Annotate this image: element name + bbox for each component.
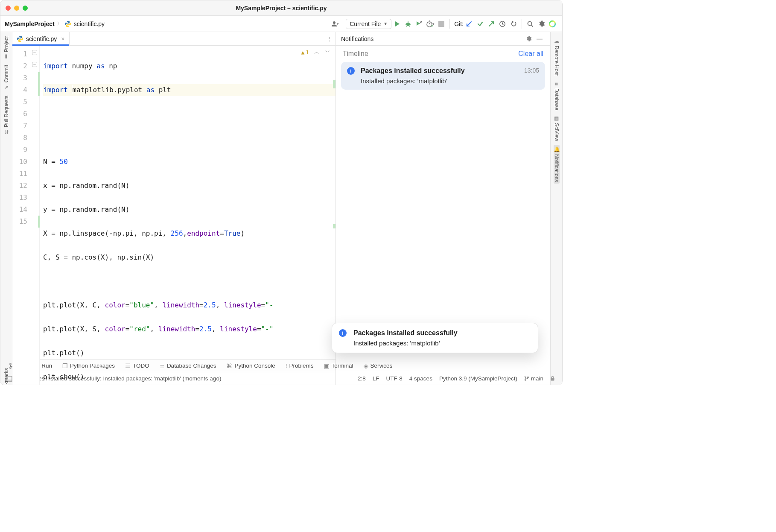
folder-icon: ▮ [3,54,9,60]
vcs-commit-icon[interactable] [476,19,485,29]
info-icon: i [347,67,355,75]
vcs-push-icon[interactable] [487,19,496,29]
panel-title: Notifications [341,35,373,42]
remote-host-icon: ☁ [554,38,560,44]
panel-settings-icon[interactable] [524,34,533,44]
ide-logo-icon[interactable] [548,19,557,29]
next-highlight-icon[interactable]: ﹀ [324,49,331,55]
clear-all-link[interactable]: Clear all [518,50,543,58]
tool-bookmarks[interactable]: 🔖Bookmarks [3,366,9,385]
run-config-label: Current File [350,20,381,27]
prev-highlight-icon[interactable]: ︿ [313,49,321,55]
run-config-selector[interactable]: Current File ▼ [346,19,391,29]
left-tool-rail: ▮Project ✔Commit ⇆Pull Requests 🔖Bookmar… [0,32,12,385]
zoom-window-icon[interactable] [23,6,28,11]
stop-icon [437,19,446,29]
git-branch[interactable]: main [521,375,547,382]
tool-project[interactable]: ▮Project [3,35,9,61]
services-icon: ◈ [364,362,368,369]
title-bar: MySampleProject – scientific.py [0,0,562,16]
svg-rect-18 [551,378,554,381]
vcs-rollback-icon[interactable] [509,19,518,29]
hide-panel-icon[interactable]: — [535,34,544,44]
svg-point-8 [19,36,19,37]
tool-sciview[interactable]: ▦SciView [554,114,560,143]
editor-gutter[interactable]: 123 456 789 101112 131415 [12,46,40,385]
notification-card[interactable]: i Packages installed successfully 13:05 … [341,62,545,90]
inspection-widget[interactable]: ▲1 ︿ ﹀ [301,48,331,56]
editor-area: scientific.py × ⋮ 123 456 789 101112 131… [12,32,336,385]
toast-body: Installed packages: 'matplotlib' [353,339,531,347]
info-icon: i [339,329,347,337]
tool-remote-host[interactable]: ☁Remote Host [554,36,560,77]
code-body[interactable]: import numpy as np import matplotlib.pyp… [40,46,335,385]
indent-setting[interactable]: 4 spaces [406,375,436,382]
code-editor[interactable]: 123 456 789 101112 131415 import numpy a… [12,46,335,385]
bell-icon: 🔔 [554,146,560,152]
svg-point-11 [10,367,12,368]
git-label: Git: [454,20,464,27]
svg-point-6 [528,21,532,25]
branch-icon [524,375,529,382]
tool-notifications[interactable]: 🔔Notifications [554,145,560,184]
right-tool-rail: ☁Remote Host ≡Database ▦SciView 🔔Notific… [550,32,562,385]
close-tab-icon[interactable]: × [61,35,64,42]
line-separator[interactable]: LF [369,375,383,382]
fold-icon[interactable]: – [32,50,37,55]
pull-request-icon: ⇆ [3,129,9,135]
tool-pull-requests[interactable]: ⇆Pull Requests [3,94,9,137]
toast-title: Packages installed successfully [353,329,531,337]
window-controls [6,6,28,11]
notification-body: Installed packages: 'matplotlib' [361,77,539,85]
caret-position[interactable]: 2:8 [354,375,369,382]
debug-icon[interactable] [403,19,413,29]
notification-toast[interactable]: i Packages installed successfully Instal… [332,323,538,353]
svg-point-15 [525,376,526,377]
file-encoding[interactable]: UTF-8 [383,375,406,382]
svg-point-16 [525,379,526,380]
svg-point-7 [549,21,555,27]
editor-tab[interactable]: scientific.py × [12,32,70,45]
search-icon[interactable] [525,19,535,29]
database-icon: ≡ [554,81,560,87]
tool-commit[interactable]: ✔Commit [3,63,9,92]
svg-point-0 [67,21,67,22]
main-area: ▮Project ✔Commit ⇆Pull Requests 🔖Bookmar… [0,32,562,359]
timeline-label: Timeline [343,50,368,58]
tab-label: scientific.py [26,35,57,42]
run-icon[interactable] [392,19,402,29]
breadcrumb-project[interactable]: MySampleProject [5,20,55,27]
fold-icon[interactable]: – [32,62,37,67]
tool-services[interactable]: ◈Services [359,362,397,369]
close-window-icon[interactable] [6,6,11,11]
commit-icon: ✔ [3,85,9,91]
warning-icon: ▲ [301,49,305,56]
window-title: MySampleProject – scientific.py [0,5,562,12]
tab-options-icon[interactable]: ⋮ [323,32,335,45]
python-file-icon [64,20,71,27]
chevron-down-icon: ▼ [383,21,388,26]
run-with-coverage-icon[interactable] [414,19,424,29]
code-with-me-icon[interactable]: ▾ [330,19,339,29]
minimize-window-icon[interactable] [14,6,19,11]
python-interpreter[interactable]: Python 3.9 (MySampleProject) [436,375,521,382]
nav-toolbar: MySampleProject 〉 scientific.py ▾ Curren… [0,16,562,32]
notification-time: 13:05 [524,67,539,74]
python-file-icon [17,35,23,42]
lock-icon[interactable] [548,374,557,383]
svg-point-10 [10,363,12,365]
tool-database[interactable]: ≡Database [554,79,560,112]
sciview-icon: ▦ [554,115,560,121]
svg-point-9 [21,41,21,41]
vcs-change-marker [38,216,40,228]
breadcrumb-file[interactable]: scientific.py [74,20,105,27]
settings-icon[interactable] [537,19,546,29]
notifications-header: Notifications — [336,32,550,46]
svg-point-17 [527,377,528,378]
svg-point-1 [69,26,69,26]
vcs-history-icon[interactable] [498,19,507,29]
vcs-change-marker [38,72,40,96]
vcs-update-icon[interactable] [464,19,474,29]
breadcrumb[interactable]: MySampleProject 〉 scientific.py [5,20,105,27]
profile-icon[interactable]: ▾ [426,19,435,29]
